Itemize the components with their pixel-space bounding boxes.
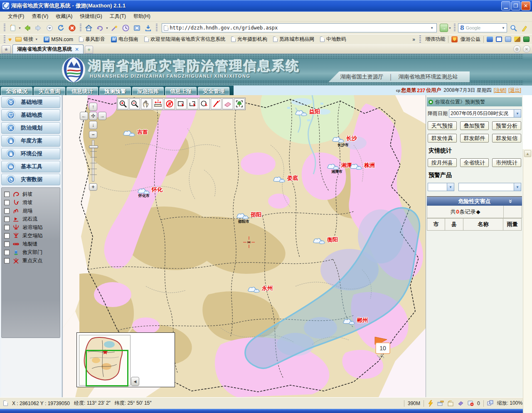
- menu-item[interactable]: 工具(T): [106, 12, 130, 21]
- layer-checkbox[interactable]: [4, 250, 10, 255]
- search-icon[interactable]: [508, 23, 518, 33]
- cube-icon[interactable]: [523, 37, 530, 42]
- inset-collapse-icon[interactable]: ◄: [131, 377, 139, 386]
- enhance-link[interactable]: 增强功能: [425, 36, 445, 43]
- menu-item[interactable]: 收藏(A): [52, 12, 76, 21]
- links-overflow-chevron[interactable]: »: [412, 37, 415, 42]
- select-arrow-icon[interactable]: ▼: [514, 110, 521, 117]
- links-grip[interactable]: [419, 35, 421, 44]
- window-icon[interactable]: [496, 37, 502, 42]
- snap-window-icon[interactable]: [132, 23, 142, 33]
- sidebar-item-bag[interactable]: 环境公报: [1, 148, 60, 160]
- close-button[interactable]: ✕: [521, 1, 530, 10]
- links-grip[interactable]: [4, 35, 5, 44]
- quick-link[interactable]: MMSN.com: [42, 36, 75, 43]
- product-type-select[interactable]: ▼: [428, 183, 454, 191]
- maxthon-shield-icon[interactable]: [451, 36, 458, 42]
- nav-tab[interactable]: 应急指挥: [132, 87, 164, 95]
- layer-checkbox[interactable]: [4, 241, 10, 247]
- map-viewport[interactable]: 10 ↑ ← ✣ → ↓ − + 吉首益阳长沙长沙市湘潭湘潭市株洲娄底怀化怀化市…: [62, 95, 426, 397]
- toolbar-grip[interactable]: [4, 24, 5, 32]
- content-eraser-icon[interactable]: [457, 400, 464, 407]
- sidebar-item-pie[interactable]: 灾害数据: [1, 174, 60, 185]
- viewport-rectangle[interactable]: [86, 350, 128, 386]
- quick-link[interactable]: 欢迎登陆湖南省地质灾害信息系统: [142, 35, 227, 44]
- layer-checkbox[interactable]: [4, 200, 10, 205]
- tool-unselect-rect-button[interactable]: [187, 98, 198, 109]
- layer-checkbox[interactable]: [4, 258, 10, 263]
- toolbar-grip[interactable]: [454, 24, 456, 32]
- address-dropdown-icon[interactable]: ▼: [429, 26, 435, 30]
- overview-minimap[interactable]: [79, 335, 131, 386]
- nav-tab[interactable]: 信息统计: [66, 87, 98, 95]
- scroll-up-icon[interactable]: ▲: [524, 150, 531, 157]
- panel-button[interactable]: 市州统计: [492, 158, 521, 167]
- quick-link[interactable]: 觅路城市精品网: [271, 35, 316, 44]
- quick-link[interactable]: 暴风影音: [77, 35, 107, 44]
- pan-left-button[interactable]: ←: [80, 112, 88, 120]
- quick-link[interactable]: 光年摄影机构: [229, 35, 269, 44]
- tab-close-icon[interactable]: ✕: [75, 47, 79, 52]
- close-tabs-icon[interactable]: ✕: [523, 45, 530, 53]
- panel-button[interactable]: 按月州县: [428, 158, 457, 167]
- tool-select-rect-button[interactable]: [176, 98, 187, 109]
- blocked-content-icon[interactable]: [467, 400, 474, 407]
- pan-center-button[interactable]: ✣: [89, 112, 97, 120]
- tool-eraser-button[interactable]: [222, 98, 233, 109]
- sidebar-item-bag[interactable]: 年度方案: [1, 135, 60, 147]
- tool-scale-button[interactable]: [164, 98, 175, 109]
- city-marker-长沙[interactable]: 长沙长沙市: [331, 135, 357, 143]
- undo-icon[interactable]: [95, 23, 105, 33]
- layer-checkbox[interactable]: [4, 225, 10, 230]
- tool-zoom-in-button[interactable]: [118, 98, 128, 109]
- go-dropdown[interactable]: ▼: [448, 27, 451, 30]
- stop-icon[interactable]: [67, 23, 77, 33]
- magic-wand-icon[interactable]: [110, 23, 120, 33]
- zoom-in-step-button[interactable]: +: [89, 183, 97, 191]
- active-tab[interactable]: 湖南省地质灾害信息系统 ✕: [12, 44, 84, 54]
- panel-button[interactable]: 全省统计: [460, 158, 489, 167]
- city-marker-永州[interactable]: 永州: [247, 285, 273, 293]
- logout-link[interactable]: [注销]: [494, 87, 507, 94]
- nav-tab[interactable]: 安全管理: [198, 87, 229, 95]
- highlighter-icon[interactable]: [520, 23, 530, 33]
- exit-link[interactable]: [退出]: [508, 87, 521, 94]
- refresh-icon[interactable]: [56, 23, 66, 33]
- panel-button[interactable]: 叠加预警: [460, 121, 489, 130]
- pan-right-button[interactable]: →: [98, 112, 106, 120]
- nav-tab[interactable]: 全省概况: [1, 87, 32, 95]
- new-page-dropdown[interactable]: ▼: [18, 27, 21, 30]
- panel-button[interactable]: 群发短信: [492, 134, 521, 143]
- zoom-slider[interactable]: [92, 140, 94, 182]
- favorites-heart-icon[interactable]: ♥: [8, 36, 12, 43]
- panel-button[interactable]: 天气预报: [428, 121, 457, 130]
- forward-icon[interactable]: [34, 23, 44, 33]
- brush-icon[interactable]: [514, 37, 520, 42]
- charity-link[interactable]: 傲游公益: [461, 36, 480, 43]
- pan-down-button[interactable]: ↓: [89, 121, 97, 129]
- nav-tab[interactable]: 灾点查询: [34, 87, 65, 95]
- toolbar-grip[interactable]: [156, 24, 158, 32]
- home-icon[interactable]: [84, 23, 94, 33]
- city-marker-郴州[interactable]: 郴州: [342, 317, 368, 325]
- download-icon[interactable]: [143, 23, 153, 33]
- zoom-slider-handle[interactable]: [89, 145, 98, 148]
- quick-link[interactable]: M电台指南: [109, 35, 140, 44]
- panel-button[interactable]: 群发邮件: [460, 134, 489, 143]
- rain-date-select[interactable]: 2007年05月05日08时实况 ▼: [449, 109, 521, 118]
- city-marker-衡阳[interactable]: 衡阳: [312, 236, 338, 245]
- danger-points-header[interactable]: 危险性灾害点: [427, 197, 522, 206]
- search-engine-dropdown-icon[interactable]: ▼: [502, 26, 505, 30]
- boost-lightning-icon[interactable]: [427, 400, 434, 407]
- panel-button[interactable]: 预警分析: [492, 121, 521, 130]
- link-land-resources[interactable]: 湖南省国土资源厅: [340, 73, 383, 81]
- panel-button[interactable]: 群发传真: [428, 134, 457, 143]
- new-page-icon[interactable]: [8, 23, 18, 33]
- layer-checkbox[interactable]: [4, 208, 10, 214]
- layer-checkbox[interactable]: [4, 192, 10, 197]
- go-button[interactable]: →: [440, 24, 448, 32]
- zoom-out-step-button[interactable]: −: [89, 131, 97, 138]
- city-marker-株洲[interactable]: 株洲: [349, 162, 375, 170]
- back-icon[interactable]: [22, 23, 32, 33]
- city-marker-邵阳[interactable]: 邵阳邵阳市: [236, 211, 261, 220]
